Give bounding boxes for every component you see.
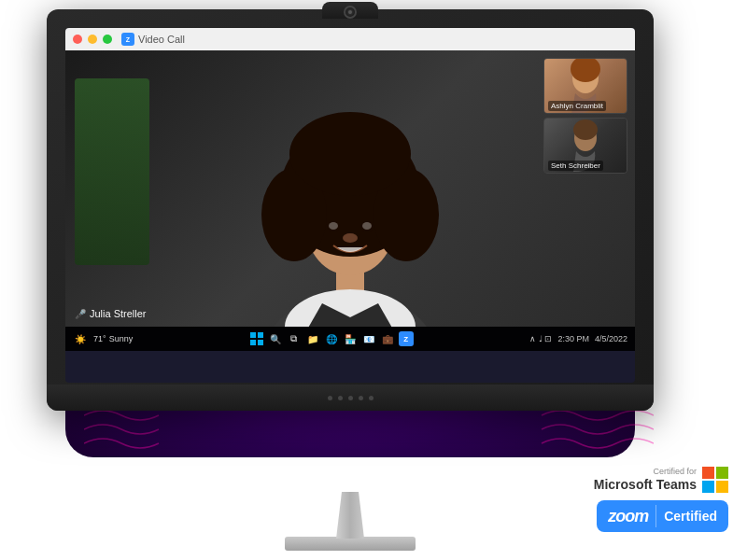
system-tray: ∧ ♩ ⊡ (529, 334, 552, 343)
zoom-logo-text: zoom (608, 507, 648, 526)
camera-bump (322, 2, 378, 19)
bezel-dot-5 (369, 396, 374, 400)
taskbar-left: ☀️ 71° Sunny (73, 331, 133, 346)
ms-teams-text: Certified for Microsoft Teams (594, 467, 697, 493)
person-name-label: Julia Streller (90, 308, 147, 319)
weather-info: 71° Sunny (93, 334, 133, 343)
microsoft-logo (702, 467, 728, 493)
weather-icon: ☀️ (73, 331, 88, 346)
taskbar-right: ∧ ♩ ⊡ 2:30 PM 4/5/2022 (529, 334, 627, 343)
ms-teams-badge: Certified for Microsoft Teams (594, 467, 728, 493)
maximize-dot[interactable] (103, 35, 112, 44)
svg-rect-23 (702, 467, 714, 479)
monitor-bezel: Z Video Call (47, 9, 654, 411)
thumbnail-2[interactable]: Seth Schreiber (543, 118, 627, 174)
temperature: 71° (93, 334, 106, 343)
zoom-certified-badge: zoom Certified (597, 500, 728, 532)
stand-neck (336, 492, 364, 539)
svg-point-13 (362, 222, 372, 230)
background: Z Video Call (0, 0, 747, 560)
zoom-app-icon: Z (121, 33, 134, 46)
svg-rect-26 (716, 481, 728, 493)
ms-certified-label: Certified for (594, 467, 697, 476)
svg-rect-24 (716, 467, 728, 479)
title-bar-label: Z Video Call (121, 33, 185, 46)
video-main-area: 🎤 Julia Streller (65, 50, 635, 327)
bezel-dot-2 (338, 396, 343, 400)
thumb-1-label: Ashlyn Cramblit (548, 101, 606, 111)
svg-point-12 (329, 222, 338, 230)
zoom-badge-divider (655, 505, 656, 527)
app2-button[interactable]: 💼 (380, 331, 395, 346)
ms-teams-product-label: Microsoft Teams (594, 477, 697, 492)
thumb-2-label: Seth Schreiber (548, 161, 603, 171)
main-person-name: 🎤 Julia Streller (75, 308, 147, 319)
mic-status-icon: 🎤 (75, 309, 86, 319)
bezel-dot-4 (359, 396, 363, 400)
bezel-dot-3 (348, 396, 353, 400)
search-button[interactable]: 🔍 (268, 331, 283, 346)
zoom-certified-label: Certified (664, 509, 717, 524)
background-plant (75, 78, 149, 265)
edge-button[interactable]: 🌐 (324, 331, 339, 346)
app1-button[interactable]: 📧 (361, 331, 376, 346)
svg-rect-20 (258, 332, 263, 338)
svg-rect-22 (258, 340, 263, 345)
condition: Sunny (109, 334, 134, 343)
minimize-dot[interactable] (88, 35, 97, 44)
close-dot[interactable] (73, 35, 82, 44)
task-view-button[interactable]: ⧉ (287, 331, 302, 346)
main-video-feed: 🎤 Julia Streller (65, 50, 635, 327)
camera-lens (344, 6, 357, 19)
svg-rect-25 (702, 481, 714, 493)
screen: Z Video Call (65, 28, 635, 383)
participant-thumbnails: Ashlyn Cramblit (543, 58, 627, 174)
bottom-bezel (47, 385, 654, 411)
taskbar-center: 🔍 ⧉ 📁 🌐 🏪 📧 💼 Z (249, 331, 414, 346)
clock: 2:30 PM (557, 334, 589, 343)
svg-point-14 (343, 233, 358, 243)
zoom-taskbar-button[interactable]: Z (399, 331, 414, 346)
certification-badges: Certified for Microsoft Teams zoom Certi… (594, 467, 728, 532)
svg-rect-21 (250, 340, 256, 345)
thumbnail-1[interactable]: Ashlyn Cramblit (543, 58, 627, 114)
stand-base (285, 537, 416, 551)
windows-start-button[interactable] (249, 331, 264, 346)
title-bar: Z Video Call (65, 28, 635, 50)
svg-point-18 (573, 119, 598, 140)
main-person-figure (219, 51, 481, 327)
svg-rect-19 (250, 332, 256, 338)
monitor: Z Video Call (47, 9, 654, 495)
video-call-title: Video Call (138, 34, 185, 45)
monitor-stand (285, 492, 416, 551)
bezel-dot-1 (328, 396, 332, 400)
svg-point-9 (289, 112, 411, 196)
windows-taskbar: ☀️ 71° Sunny (65, 327, 635, 351)
file-explorer-button[interactable]: 📁 (305, 331, 320, 346)
date: 4/5/2022 (595, 334, 627, 343)
store-button[interactable]: 🏪 (343, 331, 358, 346)
